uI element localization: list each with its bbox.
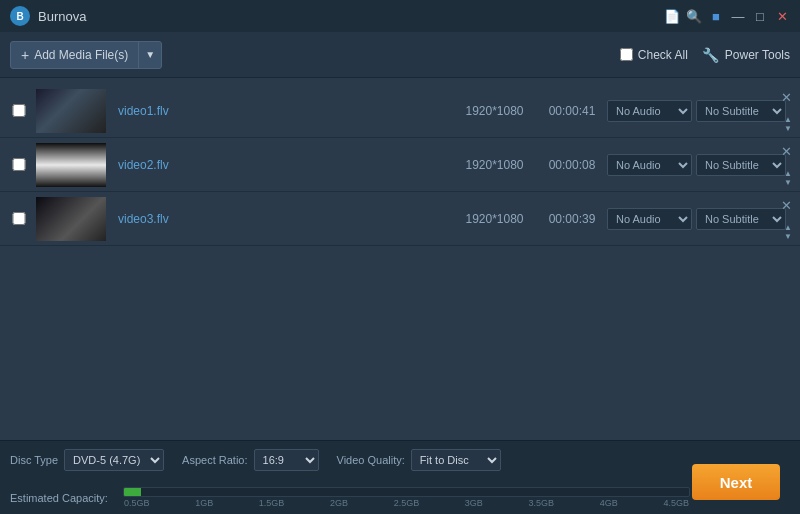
aspect-ratio-select[interactable]: 16:9 [254, 449, 319, 471]
file-resolution-0: 1920*1080 [452, 104, 537, 118]
row-up-2[interactable]: ▲ [784, 224, 792, 232]
power-tools-button[interactable]: 🔧 Power Tools [702, 47, 790, 63]
table-row: video3.flv 1920*1080 00:00:39 No Audio N… [0, 192, 800, 246]
close-button[interactable]: ✕ [774, 8, 790, 24]
tick-7: 4GB [600, 498, 618, 508]
audio-select-1[interactable]: No Audio [607, 154, 692, 176]
row-checkbox-2[interactable] [10, 212, 28, 225]
tick-2: 1.5GB [259, 498, 285, 508]
video-quality-label: Video Quality: [337, 454, 405, 466]
capacity-ticks: 0.5GB 1GB 1.5GB 2GB 2.5GB 3GB 3.5GB 4GB … [123, 498, 690, 508]
file-thumbnail-0 [36, 89, 106, 133]
row-checkbox-1[interactable] [10, 158, 28, 171]
toolbar: + Add Media File(s) ▼ Check All 🔧 Power … [0, 32, 800, 78]
audio-select-0[interactable]: No Audio [607, 100, 692, 122]
tick-8: 4.5GB [663, 498, 689, 508]
bottom-controls: Disc Type DVD-5 (4.7G) Aspect Ratio: 16:… [10, 449, 790, 471]
file-thumbnail-2 [36, 197, 106, 241]
disc-type-select[interactable]: DVD-5 (4.7G) [64, 449, 164, 471]
subtitle-select-1[interactable]: No Subtitle [696, 154, 786, 176]
toolbar-right: Check All 🔧 Power Tools [620, 47, 790, 63]
plus-icon: + [21, 47, 29, 63]
capacity-bar [123, 487, 690, 497]
file-resolution-2: 1920*1080 [452, 212, 537, 226]
aspect-ratio-label: Aspect Ratio: [182, 454, 247, 466]
next-button[interactable]: Next [692, 464, 780, 500]
row-checkbox-0[interactable] [10, 104, 28, 117]
row-arrows-0: ▲ ▼ [784, 116, 792, 133]
row-up-1[interactable]: ▲ [784, 170, 792, 178]
row-close-1[interactable]: ✕ [781, 144, 792, 159]
tick-0: 0.5GB [124, 498, 150, 508]
table-row: video2.flv 1920*1080 00:00:08 No Audio N… [0, 138, 800, 192]
tick-4: 2.5GB [394, 498, 420, 508]
subtitle-select-2[interactable]: No Subtitle [696, 208, 786, 230]
row-close-0[interactable]: ✕ [781, 90, 792, 105]
add-media-main[interactable]: + Add Media File(s) [11, 42, 139, 68]
check-all-checkbox[interactable] [620, 48, 633, 61]
tick-5: 3GB [465, 498, 483, 508]
app-icon: B [10, 6, 30, 26]
tick-3: 2GB [330, 498, 348, 508]
window-controls: 📄 🔍 ■ — □ ✕ [664, 8, 790, 24]
check-all-text: Check All [638, 48, 688, 62]
add-media-dropdown[interactable]: ▼ [139, 42, 161, 68]
title-bar: B Burnova 📄 🔍 ■ — □ ✕ [0, 0, 800, 32]
file-name-1: video2.flv [118, 158, 198, 172]
check-all-label[interactable]: Check All [620, 48, 688, 62]
file-duration-1: 00:00:08 [537, 158, 607, 172]
maximize-button[interactable]: □ [752, 8, 768, 24]
capacity-fill [124, 488, 141, 496]
row-arrows-2: ▲ ▼ [784, 224, 792, 241]
aspect-ratio-group: Aspect Ratio: 16:9 [182, 449, 318, 471]
video-quality-select[interactable]: Fit to Disc [411, 449, 501, 471]
row-up-0[interactable]: ▲ [784, 116, 792, 124]
file-name-0: video1.flv [118, 104, 198, 118]
add-media-button[interactable]: + Add Media File(s) ▼ [10, 41, 162, 69]
audio-select-2[interactable]: No Audio [607, 208, 692, 230]
file-manager-icon[interactable]: 📄 [664, 8, 680, 24]
file-duration-0: 00:00:41 [537, 104, 607, 118]
file-name-2: video3.flv [118, 212, 198, 226]
subtitle-select-0[interactable]: No Subtitle [696, 100, 786, 122]
video-quality-group: Video Quality: Fit to Disc [337, 449, 501, 471]
wrench-icon: 🔧 [702, 47, 719, 63]
app-content: + Add Media File(s) ▼ Check All 🔧 Power … [0, 32, 800, 514]
row-down-2[interactable]: ▼ [784, 233, 792, 241]
bottom-bar: Disc Type DVD-5 (4.7G) Aspect Ratio: 16:… [0, 440, 800, 514]
tick-6: 3.5GB [529, 498, 555, 508]
table-row: video1.flv 1920*1080 00:00:41 No Audio N… [0, 84, 800, 138]
row-down-1[interactable]: ▼ [784, 179, 792, 187]
tick-1: 1GB [195, 498, 213, 508]
next-label: Next [720, 474, 753, 491]
capacity-row: Estimated Capacity: 0.5GB 1GB 1.5GB 2GB … [10, 487, 790, 508]
row-down-0[interactable]: ▼ [784, 125, 792, 133]
file-list: video1.flv 1920*1080 00:00:41 No Audio N… [0, 78, 800, 440]
row-close-2[interactable]: ✕ [781, 198, 792, 213]
capacity-label: Estimated Capacity: [10, 492, 115, 504]
file-duration-2: 00:00:39 [537, 212, 607, 226]
file-resolution-1: 1920*1080 [452, 158, 537, 172]
search-icon[interactable]: 🔍 [686, 8, 702, 24]
facebook-icon[interactable]: ■ [708, 8, 724, 24]
main-area: video1.flv 1920*1080 00:00:41 No Audio N… [0, 78, 800, 440]
file-thumbnail-1 [36, 143, 106, 187]
disc-type-group: Disc Type DVD-5 (4.7G) [10, 449, 164, 471]
power-tools-label: Power Tools [725, 48, 790, 62]
row-arrows-1: ▲ ▼ [784, 170, 792, 187]
app-title: Burnova [38, 9, 86, 24]
add-media-label: Add Media File(s) [34, 48, 128, 62]
disc-type-label: Disc Type [10, 454, 58, 466]
minimize-button[interactable]: — [730, 8, 746, 24]
